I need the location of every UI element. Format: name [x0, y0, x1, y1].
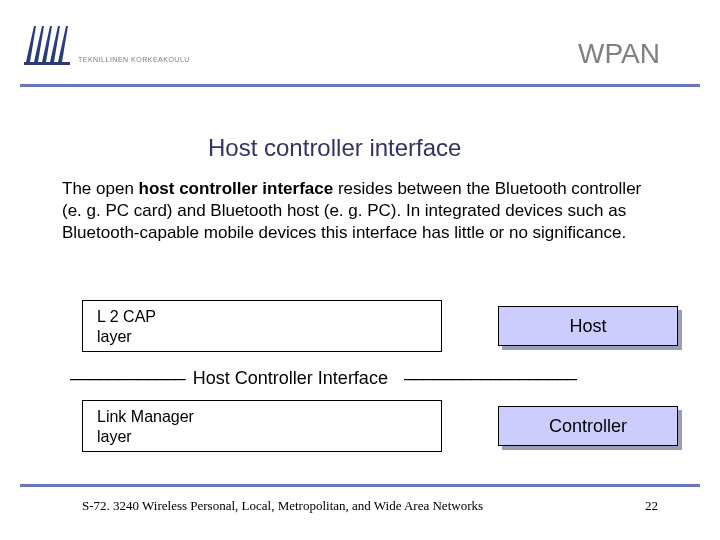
header-divider — [20, 84, 700, 87]
l2cap-label-line2: layer — [97, 327, 427, 347]
host-box: Host — [498, 306, 678, 346]
controller-box: Controller — [498, 406, 678, 446]
slide: TEKNILLINEN KORKEAKOULU WPAN Host contro… — [0, 0, 720, 540]
footer-text: S-72. 3240 Wireless Personal, Local, Met… — [82, 498, 483, 514]
dash-left: –––––––––––– — [68, 367, 185, 389]
page-number: 22 — [645, 498, 658, 514]
hci-divider-row: –––––––––––– Host Controller Interface –… — [68, 366, 708, 390]
body-bold: host controller interface — [139, 179, 334, 198]
l2cap-label-line1: L 2 CAP — [97, 307, 427, 327]
host-box-front: Host — [498, 306, 678, 346]
linkmgr-label-line1: Link Manager — [97, 407, 427, 427]
host-label: Host — [569, 316, 606, 337]
controller-box-front: Controller — [498, 406, 678, 446]
institution-name: TEKNILLINEN KORKEAKOULU — [78, 56, 190, 63]
l2cap-box: L 2 CAP layer — [82, 300, 442, 352]
controller-label: Controller — [549, 416, 627, 437]
body-paragraph: The open host controller interface resid… — [62, 178, 662, 244]
hci-label: Host Controller Interface — [185, 368, 396, 389]
linkmgr-label-line2: layer — [97, 427, 427, 447]
header-wpan-label: WPAN — [578, 38, 660, 70]
link-manager-box: Link Manager layer — [82, 400, 442, 452]
body-pre: The open — [62, 179, 139, 198]
slide-title: Host controller interface — [208, 134, 461, 162]
slide-header: TEKNILLINEN KORKEAKOULU WPAN — [0, 0, 720, 90]
footer-divider — [20, 484, 700, 487]
institution-logo — [22, 18, 72, 68]
dash-right: –––––––––––––––––– — [396, 367, 576, 389]
